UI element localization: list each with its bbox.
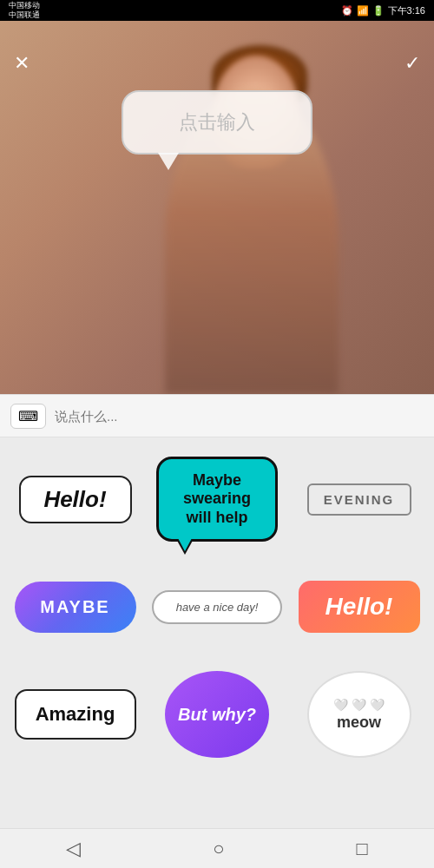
carrier1: 中国移动 xyxy=(9,1,40,10)
sticker-item[interactable]: have a nice day! xyxy=(152,559,282,654)
confirm-button[interactable]: ✓ xyxy=(404,54,420,73)
text-input[interactable] xyxy=(55,409,424,424)
sticker-item[interactable]: Amazing xyxy=(10,667,140,762)
sticker-item[interactable]: 🤍 🤍 🤍 meow xyxy=(294,667,424,762)
sticker-maybe: MAYBE xyxy=(15,582,136,633)
home-button[interactable]: ○ xyxy=(213,838,224,860)
sticker-item[interactable]: Maybe swearing will help xyxy=(152,451,282,547)
sticker-item[interactable]: Hello! xyxy=(10,451,140,547)
meow-hearts: 🤍 🤍 🤍 xyxy=(333,698,385,712)
input-bar: ⌨ xyxy=(0,394,434,437)
speech-bubble[interactable]: 点击输入 xyxy=(122,90,312,155)
speech-bubble-placeholder: 点击输入 xyxy=(179,111,255,133)
status-right: ⏰ 📶 🔋 下午3:16 xyxy=(341,4,425,17)
battery-icon: 🔋 xyxy=(372,5,385,16)
sticker-butwhy: But why? xyxy=(165,671,269,758)
meow-text: meow xyxy=(337,713,381,732)
carrier2: 中国联通 xyxy=(9,10,40,20)
sticker-maybe-swearing: Maybe swearing will help xyxy=(156,457,278,542)
signal-icons: 📶 xyxy=(357,5,369,16)
sticker-item[interactable]: EVENING xyxy=(294,451,424,547)
sticker-hello1: Hello! xyxy=(19,476,132,523)
bottom-nav: ◁ ○ □ xyxy=(0,828,434,868)
sticker-item[interactable]: But why? xyxy=(152,667,282,762)
sticker-hello2: Hello! xyxy=(299,581,420,633)
sticker-grid: Hello! Maybe swearing will help EVENING … xyxy=(10,451,424,762)
photo-area: ✕ ✓ 点击输入 xyxy=(0,21,434,394)
sticker-meow: 🤍 🤍 🤍 meow xyxy=(307,671,411,758)
status-bar: 中国移动 中国联通 ⏰ 📶 🔋 下午3:16 xyxy=(0,0,434,21)
recent-apps-button[interactable]: □ xyxy=(357,838,368,860)
sticker-amazing: Amazing xyxy=(15,689,136,740)
sticker-item[interactable]: Hello! xyxy=(294,559,424,654)
clock-icon: ⏰ xyxy=(341,5,353,16)
sticker-panel: Hello! Maybe swearing will help EVENING … xyxy=(0,437,434,828)
time-display: 下午3:16 xyxy=(388,4,425,17)
sticker-niceday: have a nice day! xyxy=(152,590,282,624)
keyboard-toggle-button[interactable]: ⌨ xyxy=(10,404,46,429)
back-button[interactable]: ◁ xyxy=(66,838,81,860)
sticker-evening: EVENING xyxy=(307,483,411,516)
close-button[interactable]: ✕ xyxy=(14,54,30,73)
carrier-info: 中国移动 中国联通 xyxy=(9,1,40,20)
sticker-item[interactable]: MAYBE xyxy=(10,559,140,654)
top-toolbar: ✕ ✓ xyxy=(0,42,434,85)
